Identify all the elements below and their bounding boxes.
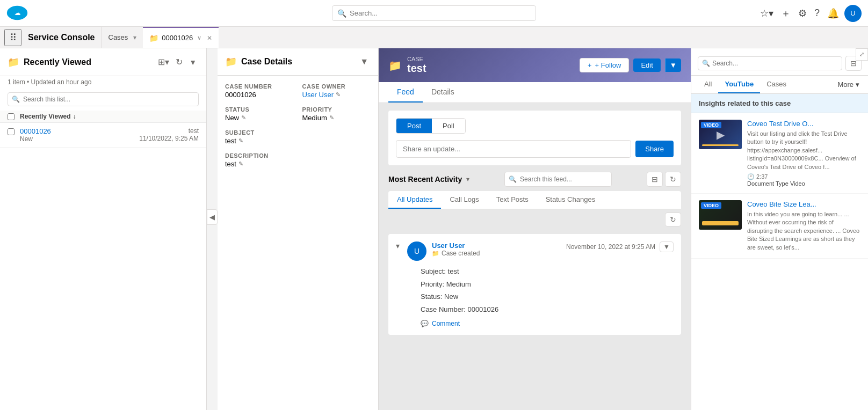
video-card-1: VIDEO ▶ Coveo Test Drive O... Visit our …	[691, 113, 868, 194]
tab-details[interactable]: Details	[423, 82, 463, 102]
activity-bar: Most Recent Activity ▾ 🔍 ⊟ ↻	[388, 172, 681, 187]
description-field: Description test ✎	[225, 152, 371, 168]
post-tab-poll[interactable]: Poll	[432, 119, 465, 133]
case-owner-field: Case Owner User User ✎	[302, 83, 371, 99]
feed-entry-body: Subject: test Priority: Medium Status: N…	[421, 266, 674, 314]
right-tab-all[interactable]: All	[698, 76, 718, 93]
feed-username[interactable]: User User	[432, 241, 561, 250]
right-tab-youtube[interactable]: YouTube	[718, 76, 760, 93]
right-tabs: All YouTube Cases More ▾	[691, 76, 868, 94]
case-details-chevron[interactable]: ▼	[358, 55, 371, 69]
panel-search-input[interactable]	[8, 92, 199, 106]
edit-button[interactable]: Edit	[633, 58, 660, 72]
case-owner-edit-icon[interactable]: ✎	[336, 91, 341, 98]
center-area: ◀ 📁 Case Details ▼ Case Number 00001026 …	[207, 48, 691, 410]
video-thumbnail-2: VIDEO	[699, 200, 742, 230]
tab-text-posts[interactable]: Text Posts	[488, 191, 537, 209]
subject-edit-icon[interactable]: ✎	[238, 137, 243, 144]
help-button[interactable]: ?	[812, 5, 822, 21]
list-item[interactable]: 00001026 New test 11/10/2022, 9:25 AM	[0, 123, 206, 148]
item-link[interactable]: 00001026	[20, 127, 51, 135]
case-fields-row-2: Status New ✎ Priority Medium ✎	[225, 106, 371, 129]
video-title-1[interactable]: Coveo Test Drive O...	[747, 120, 860, 128]
activity-actions: ⊟ ↻	[647, 172, 681, 187]
filter-activity-button[interactable]: ⊟	[647, 172, 663, 187]
video-meta-1: 🕐 2:37	[747, 173, 860, 180]
tab-call-logs[interactable]: Call Logs	[441, 191, 487, 209]
share-button[interactable]: Share	[635, 141, 674, 157]
right-tab-more-button[interactable]: More ▾	[835, 76, 862, 93]
global-search-input[interactable]	[332, 5, 536, 21]
priority-field: Priority Medium ✎	[302, 106, 371, 122]
expand-right-panel-button[interactable]: ⤢	[856, 48, 868, 61]
item-label: test	[139, 127, 199, 135]
right-search-area: 🔍	[698, 56, 842, 70]
case-number-field: Case Number 00001026	[225, 83, 294, 99]
select-all-checkbox[interactable]	[8, 113, 15, 120]
feed-entry-dropdown-button[interactable]: ▼	[660, 241, 674, 252]
more-chevron-icon: ▾	[856, 80, 859, 89]
item-checkbox[interactable]	[8, 128, 15, 135]
right-tab-cases[interactable]: Cases	[760, 76, 793, 93]
tab-status-changes[interactable]: Status Changes	[537, 191, 604, 209]
list-header-label[interactable]: Recently Viewed ↓	[20, 113, 76, 120]
post-input[interactable]	[396, 140, 631, 158]
subject-field: Subject test ✎	[225, 129, 371, 145]
refresh-button[interactable]: ↻	[173, 55, 185, 69]
user-avatar[interactable]: U	[844, 5, 862, 22]
tab-active-case[interactable]: 📁 00001026 ∨ ✕	[143, 27, 219, 48]
left-panel: 📁 Recently Viewed ⊞▾ ↻ ▼ 1 item • Update…	[0, 48, 207, 410]
case-owner-value[interactable]: User User ✎	[302, 91, 371, 99]
item-status: New	[20, 135, 139, 143]
collapse-left-panel-button[interactable]: ◀	[207, 209, 218, 225]
description-edit-icon[interactable]: ✎	[238, 160, 243, 167]
right-search-input[interactable]	[698, 56, 842, 70]
video-duration: 🕐 2:37	[747, 173, 768, 180]
tab-feed[interactable]: Feed	[388, 82, 423, 102]
video-description-2: In this video you are going to learn... …	[747, 210, 860, 252]
video-badge-2: VIDEO	[701, 202, 721, 209]
feed-case-number-line: Case Number: 00001026	[421, 304, 674, 315]
follow-button[interactable]: + + Follow	[580, 58, 629, 72]
tab-close-button[interactable]: ✕	[207, 34, 212, 42]
feed-entry: ▾ U User User 📁 Case created November 10…	[388, 234, 681, 335]
activity-left: Most Recent Activity ▾	[388, 175, 469, 184]
edit-dropdown-button[interactable]: ▼	[665, 58, 681, 72]
feed-entry-collapse-button[interactable]: ▾	[396, 241, 400, 250]
right-panel-content: VIDEO ▶ Coveo Test Drive O... Visit our …	[691, 113, 868, 410]
clock-icon: 🕐	[747, 173, 755, 180]
favorites-button[interactable]: ☆▾	[758, 5, 776, 21]
item-date: 11/10/2022, 9:25 AM	[139, 135, 199, 142]
feed-header-actions: + + Follow Edit ▼	[580, 58, 681, 72]
collapse-area: ◀	[207, 48, 218, 410]
case-details-header: 📁 Case Details ▼	[218, 48, 378, 76]
activity-title: Most Recent Activity	[388, 175, 462, 184]
view-toggle-button[interactable]: ⊞▾	[156, 55, 171, 69]
add-button[interactable]: ＋	[779, 5, 793, 22]
tab-cases[interactable]: Cases ▾	[102, 27, 143, 48]
feed-entry-meta: User User 📁 Case created	[432, 241, 561, 257]
activity-search-input[interactable]	[504, 172, 612, 187]
tab-case-icon: 📁	[149, 34, 158, 42]
activity-search-area: 🔍	[504, 172, 612, 187]
refresh-activity-button[interactable]: ↻	[665, 172, 681, 187]
top-navigation: ☁ 🔍 ☆▾ ＋ ⚙ ? 🔔 U	[0, 0, 868, 27]
setup-button[interactable]: ⚙	[796, 5, 809, 21]
notifications-button[interactable]: 🔔	[825, 5, 841, 21]
activity-chevron-icon[interactable]: ▾	[466, 175, 469, 183]
post-tab-post[interactable]: Post	[396, 119, 432, 133]
priority-edit-icon[interactable]: ✎	[329, 114, 334, 121]
salesforce-logo[interactable]: ☁	[6, 5, 28, 21]
app-launcher-button[interactable]: ⠿	[4, 29, 21, 46]
feed-case-icon: 📁	[388, 59, 402, 72]
item-right: test 11/10/2022, 9:25 AM	[139, 127, 199, 142]
feed-comment-button[interactable]: 💬 Comment	[421, 320, 674, 327]
tab-cases-chevron: ▾	[133, 34, 136, 41]
status-edit-icon[interactable]: ✎	[241, 114, 246, 121]
post-input-row: Share	[396, 140, 674, 158]
tab-all-updates[interactable]: All Updates	[388, 191, 441, 209]
panel-chevron-button[interactable]: ▼	[187, 55, 199, 69]
video-card-2: VIDEO Coveo Bite Size Lea... In this vid…	[691, 194, 868, 259]
feed-refresh-button[interactable]: ↻	[665, 213, 681, 226]
video-title-2[interactable]: Coveo Bite Size Lea...	[747, 200, 860, 208]
